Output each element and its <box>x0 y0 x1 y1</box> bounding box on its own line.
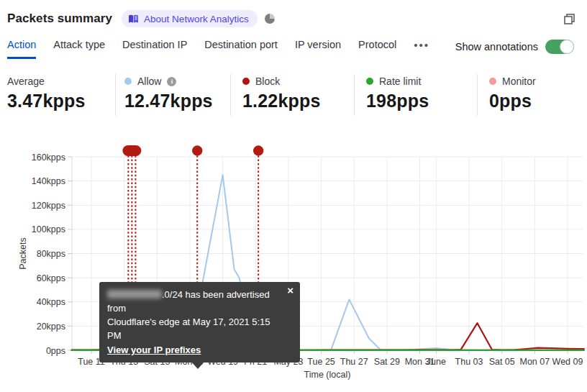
book-icon <box>128 14 139 24</box>
stat-value: 12.47kpps <box>124 91 230 111</box>
stat-label: Allow <box>137 76 161 87</box>
y-tick-label: 140kpps <box>32 176 65 186</box>
block-dot-icon <box>242 78 250 85</box>
summary-stats: Average 3.47kpps Allow i 12.47kpps Block… <box>7 74 587 116</box>
tooltip-line1: .0/24 has been advertised from <box>107 288 281 315</box>
tab-attack-type[interactable]: Attack type <box>53 39 105 59</box>
x-tick-label: June <box>427 357 446 367</box>
stat-value: 0pps <box>489 91 536 111</box>
tab-destination-port[interactable]: Destination port <box>204 39 278 59</box>
annotation-marker[interactable] <box>122 145 141 156</box>
x-tick-label: Wed 09 <box>552 357 583 367</box>
stat-monitor: Monitor 0pps <box>477 74 550 116</box>
stat-label: Average <box>7 76 45 87</box>
stat-value: 3.47kpps <box>7 91 115 111</box>
restore-window-icon[interactable] <box>563 13 575 25</box>
stat-value: 198pps <box>366 91 477 111</box>
panel-header: Packets summary About Network Analytics <box>0 0 587 29</box>
tab-protocol[interactable]: Protocol <box>358 39 396 59</box>
tooltip-line2: Cloudflare's edge at May 17, 2021 5:15 P… <box>107 315 281 342</box>
annotation-tooltip: × .0/24 has been advertised from Cloudfl… <box>99 282 300 363</box>
y-tick-label: 80kpps <box>37 249 65 259</box>
show-annotations-control: Show annotations <box>455 40 574 59</box>
page-title: Packets summary <box>7 12 112 26</box>
annotation-marker[interactable] <box>192 145 202 155</box>
stat-label: Block <box>255 76 280 87</box>
x-tick-label: Sat 05 <box>489 357 515 367</box>
rate-limit-dot-icon <box>366 78 373 85</box>
y-axis-title: Packets <box>18 237 28 269</box>
stat-rate-limit: Rate limit 198pps <box>354 74 477 116</box>
allow-dot-icon <box>124 78 132 85</box>
y-tick-label: 40kpps <box>37 297 65 307</box>
badge-label: About Network Analytics <box>144 14 249 24</box>
show-annotations-label: Show annotations <box>455 41 538 53</box>
show-annotations-toggle[interactable] <box>545 40 574 54</box>
x-axis-title: Time (local) <box>304 370 351 380</box>
view-ip-prefixes-link[interactable]: View your IP prefixes <box>107 343 201 357</box>
stat-allow: Allow i 12.47kpps <box>115 74 230 116</box>
tab-ip-version[interactable]: IP version <box>295 39 341 59</box>
monitor-dot-icon <box>489 78 496 85</box>
packets-summary-panel: Packets summary About Network Analytics … <box>0 0 587 392</box>
y-tick-label: 0pps <box>46 346 65 356</box>
x-tick-label: Sat 29 <box>374 357 400 367</box>
y-tick-label: 60kpps <box>37 273 65 283</box>
y-tick-label: 120kpps <box>32 201 65 211</box>
tab-action[interactable]: Action <box>7 39 36 59</box>
stat-block: Block 1.22kpps <box>230 74 354 116</box>
annotation-marker[interactable] <box>253 145 263 155</box>
dimension-tabs: Action Attack type Destination IP Destin… <box>0 29 587 59</box>
info-icon[interactable]: i <box>167 77 176 86</box>
x-tick-label: Mon 07 <box>520 357 550 367</box>
y-tick-label: 160kpps <box>32 152 65 163</box>
y-tick-label: 100kpps <box>32 224 65 234</box>
toggle-knob <box>560 40 574 54</box>
y-tick-label: 20kpps <box>37 322 65 332</box>
about-network-analytics-badge[interactable]: About Network Analytics <box>122 10 258 27</box>
close-icon[interactable]: × <box>287 284 294 297</box>
more-tabs-button[interactable]: ••• <box>414 39 429 59</box>
redacted-ip-prefix <box>107 290 162 298</box>
stat-label: Rate limit <box>379 76 421 87</box>
tab-destination-ip[interactable]: Destination IP <box>122 39 187 59</box>
stat-label: Monitor <box>502 76 536 87</box>
x-tick-label: Tue 25 <box>307 357 335 367</box>
stat-average: Average 3.47kpps <box>7 74 115 116</box>
x-tick-label: Thu 27 <box>340 357 368 367</box>
usage-pie-icon <box>265 14 275 24</box>
x-tick-label: Thu 03 <box>455 357 483 367</box>
stat-value: 1.22kpps <box>242 91 354 111</box>
